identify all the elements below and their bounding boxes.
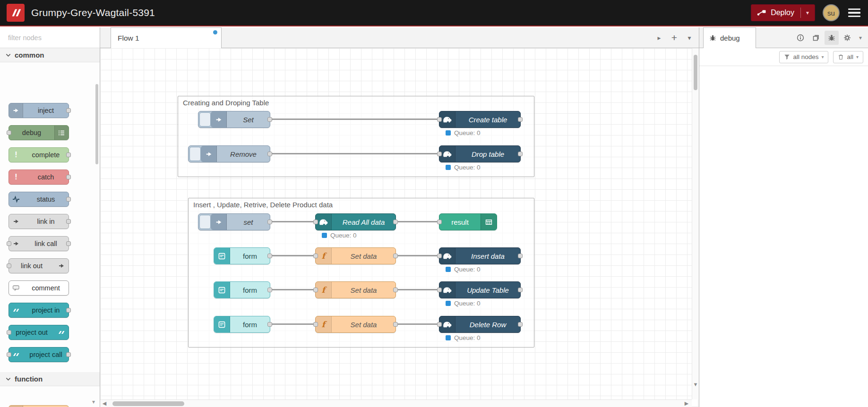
node-update-table[interactable]: Update Table <box>439 281 521 298</box>
tab-scroll-right-icon[interactable]: ▸ <box>653 31 666 45</box>
debug-clear-button[interactable]: all ▾ <box>833 51 863 63</box>
input-port[interactable] <box>437 220 442 224</box>
palette-node-debug[interactable]: debug <box>9 125 69 140</box>
node-inject-remove[interactable]: Remove <box>188 145 270 162</box>
sidebar-options-chevron-icon[interactable]: ▾ <box>856 34 865 41</box>
palette-search-input[interactable] <box>8 34 96 42</box>
palette-node-status[interactable]: status <box>9 192 69 207</box>
scrollbar-thumb[interactable] <box>112 401 184 406</box>
palette-scrollbar[interactable] <box>95 84 98 164</box>
scrollbar-thumb[interactable] <box>694 55 697 90</box>
palette-node-comment[interactable]: comment <box>9 280 69 296</box>
output-port[interactable] <box>518 288 523 292</box>
input-port[interactable] <box>7 130 11 135</box>
deploy-button[interactable]: Deploy ▾ <box>751 4 815 21</box>
output-port[interactable] <box>267 254 272 258</box>
input-port[interactable] <box>437 322 442 327</box>
wire[interactable] <box>270 153 439 154</box>
input-port[interactable] <box>7 330 11 335</box>
palette-scroll-down-icon[interactable]: ▾ <box>92 399 95 405</box>
node-result-table[interactable]: result <box>439 213 497 230</box>
output-port[interactable] <box>393 254 398 258</box>
output-port[interactable] <box>66 241 71 246</box>
output-port[interactable] <box>66 308 71 313</box>
scroll-right-icon[interactable]: ▶ <box>682 400 691 407</box>
flow-canvas[interactable]: Creating and Droping Table Insert , Upda… <box>100 48 699 407</box>
canvas-horizontal-scrollbar[interactable]: ◀ ▶ <box>100 399 692 407</box>
wire[interactable] <box>270 289 315 290</box>
output-port[interactable] <box>267 322 272 327</box>
node-inject-set-lower[interactable]: set <box>198 213 270 230</box>
output-port[interactable] <box>393 322 398 327</box>
node-set-data-insert[interactable]: f Set data <box>315 247 396 264</box>
output-port[interactable] <box>66 352 71 357</box>
palette-node-project-in[interactable]: project in <box>9 303 69 318</box>
palette-node-link-out[interactable]: link out <box>9 258 69 273</box>
wire[interactable] <box>270 255 315 256</box>
inject-trigger-button[interactable] <box>189 147 201 161</box>
output-port[interactable] <box>393 220 398 224</box>
output-port[interactable] <box>518 152 523 156</box>
palette-category-common[interactable]: common <box>0 48 100 62</box>
node-drop-table[interactable]: Drop table <box>439 145 521 162</box>
palette-node-function[interactable]: f function <box>9 405 69 407</box>
node-insert-data[interactable]: Insert data <box>439 247 521 264</box>
tab-flow-1[interactable]: Flow 1 <box>111 27 222 48</box>
palette-node-catch[interactable]: ! catch <box>9 170 69 185</box>
palette-node-link-in[interactable]: link in <box>9 214 69 229</box>
input-port[interactable] <box>313 288 318 292</box>
node-delete-row[interactable]: Delete Row <box>439 316 521 333</box>
input-port[interactable] <box>437 254 442 258</box>
input-port[interactable] <box>437 117 442 122</box>
main-menu-button[interactable] <box>847 7 861 19</box>
canvas-vertical-scrollbar[interactable]: ▼ <box>692 48 699 399</box>
node-form-insert[interactable]: form <box>214 247 270 264</box>
output-port[interactable] <box>267 220 272 224</box>
output-port[interactable] <box>66 175 71 179</box>
output-port[interactable] <box>66 219 71 224</box>
input-port[interactable] <box>7 352 11 357</box>
inject-trigger-button[interactable] <box>199 215 211 229</box>
node-read-all-data[interactable]: Read All data <box>315 213 396 230</box>
palette-node-project-out[interactable]: project out <box>9 325 69 340</box>
info-tab-button[interactable] <box>793 31 808 45</box>
output-port[interactable] <box>66 108 71 113</box>
output-port[interactable] <box>518 254 523 258</box>
palette-category-function[interactable]: function <box>0 372 100 386</box>
debug-filter-button[interactable]: all nodes ▾ <box>779 51 828 63</box>
input-port[interactable] <box>313 254 318 258</box>
node-inject-set[interactable]: Set <box>198 111 270 128</box>
wire[interactable] <box>270 221 315 222</box>
palette-node-inject[interactable]: inject <box>9 103 69 118</box>
output-port[interactable] <box>66 153 71 157</box>
add-flow-button[interactable]: + <box>668 31 681 45</box>
input-port[interactable] <box>7 241 11 246</box>
input-port[interactable] <box>7 263 11 268</box>
help-tab-button[interactable] <box>809 31 823 45</box>
output-port[interactable] <box>393 288 398 292</box>
palette-node-project-call[interactable]: project call <box>9 347 69 362</box>
node-set-data-delete[interactable]: f Set data <box>315 316 396 333</box>
wire[interactable] <box>396 255 439 256</box>
scroll-left-icon[interactable]: ◀ <box>100 400 109 407</box>
config-tab-button[interactable] <box>840 31 854 45</box>
wire[interactable] <box>270 119 439 120</box>
wire[interactable] <box>396 323 439 325</box>
debug-tab-button[interactable] <box>825 31 839 45</box>
flow-list-chevron-icon[interactable]: ▾ <box>683 31 696 45</box>
palette-node-link-call[interactable]: link call <box>9 236 69 251</box>
wire[interactable] <box>396 221 439 222</box>
node-set-data-update[interactable]: f Set data <box>315 281 396 298</box>
wire[interactable] <box>396 289 439 290</box>
output-port[interactable] <box>518 117 523 122</box>
input-port[interactable] <box>313 220 318 224</box>
user-avatar[interactable]: su <box>823 4 840 21</box>
input-port[interactable] <box>437 288 442 292</box>
node-form-update[interactable]: form <box>214 281 270 298</box>
inject-trigger-button[interactable] <box>199 112 211 127</box>
output-port[interactable] <box>518 322 523 327</box>
output-port[interactable] <box>267 117 272 122</box>
input-port[interactable] <box>437 152 442 156</box>
palette-node-complete[interactable]: ! complete <box>9 147 69 162</box>
scroll-down-icon[interactable]: ▼ <box>692 382 699 387</box>
